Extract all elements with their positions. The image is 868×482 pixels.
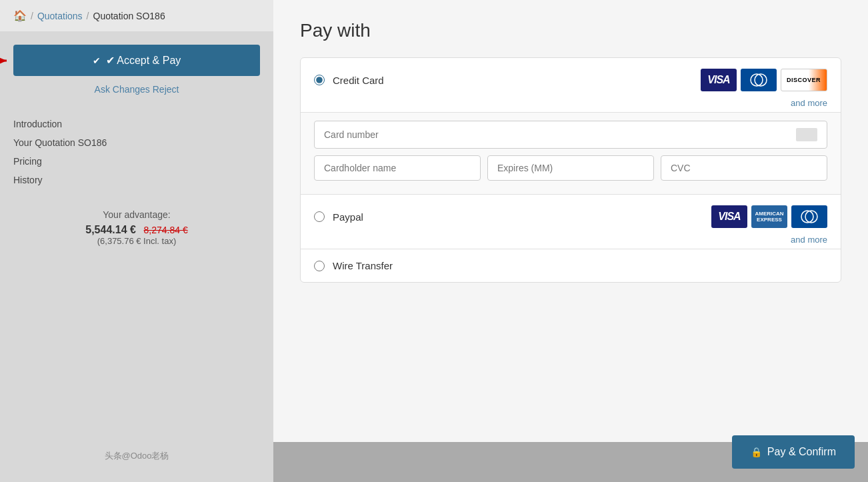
paypal-logos: VISA AMERICAN EXPRESS bbox=[711, 205, 827, 228]
nav-item-pricing[interactable]: Pricing bbox=[13, 152, 260, 171]
credit-card-radio[interactable] bbox=[314, 75, 325, 85]
payment-container: Credit Card VISA DISCOVER bbox=[300, 57, 841, 283]
page-title: Pay with bbox=[300, 20, 841, 41]
card-form bbox=[301, 112, 841, 194]
nav-item-history[interactable]: History bbox=[13, 171, 260, 189]
credit-card-and-more: and more bbox=[301, 98, 841, 108]
price-old: 8,274.84 € bbox=[144, 225, 188, 235]
lock-icon: 🔒 bbox=[751, 447, 762, 457]
paypal-visa-logo: VISA bbox=[711, 205, 747, 228]
wire-transfer-radio[interactable] bbox=[314, 261, 325, 271]
amex-logo: AMERICAN EXPRESS bbox=[751, 205, 787, 228]
payment-option-wire-transfer: Wire Transfer bbox=[301, 249, 841, 282]
payment-option-paypal: Paypal VISA AMERICAN EXPRESS bbox=[301, 195, 841, 249]
credit-card-label: Credit Card bbox=[333, 75, 693, 86]
paypal-header: Paypal VISA AMERICAN EXPRESS bbox=[301, 195, 841, 239]
breadcrumb-current: Quotation SO186 bbox=[93, 11, 165, 21]
price-new: 5,544.14 € bbox=[85, 224, 136, 235]
paypal-diners-logo bbox=[791, 205, 827, 228]
home-icon[interactable]: 🏠 bbox=[13, 9, 27, 22]
cardholder-input[interactable] bbox=[314, 155, 481, 181]
nav-item-introduction[interactable]: Introduction bbox=[13, 115, 260, 133]
bottom-bar: 🔒 Pay & Confirm bbox=[273, 442, 868, 482]
card-number-input[interactable] bbox=[324, 129, 796, 140]
breadcrumb-sep2: / bbox=[87, 11, 89, 21]
price-tax: (6,375.76 € Incl. tax) bbox=[13, 236, 260, 246]
breadcrumb: 🏠 / Quotations / Quotation SO186 bbox=[0, 0, 273, 31]
advantage-box: Your advantage: 5,544.14 € 8,274.84 € (6… bbox=[13, 209, 260, 246]
expires-input[interactable] bbox=[487, 155, 654, 181]
red-arrow-indicator bbox=[0, 47, 13, 74]
credit-card-logos: VISA DISCOVER bbox=[701, 69, 827, 91]
breadcrumb-sep1: / bbox=[31, 11, 33, 21]
watermark: 头条@Odoo老杨 bbox=[0, 450, 273, 462]
visa-logo: VISA bbox=[701, 69, 737, 91]
card-number-wrapper bbox=[314, 121, 827, 149]
sidebar-nav: Introduction Your Quotation SO186 Pricin… bbox=[13, 115, 260, 189]
wire-transfer-label: Wire Transfer bbox=[333, 260, 827, 271]
breadcrumb-quotations[interactable]: Quotations bbox=[37, 11, 83, 21]
nav-item-quotation[interactable]: Your Quotation SO186 bbox=[13, 133, 260, 152]
paypal-and-more: and more bbox=[301, 235, 841, 245]
wire-transfer-header: Wire Transfer bbox=[301, 249, 841, 282]
accept-pay-label: ✔ Accept & Pay bbox=[106, 54, 181, 67]
credit-card-header: Credit Card VISA DISCOVER bbox=[301, 58, 841, 102]
card-fields-row bbox=[314, 155, 827, 181]
pay-confirm-button[interactable]: 🔒 Pay & Confirm bbox=[732, 435, 855, 469]
payment-option-credit-card: Credit Card VISA DISCOVER bbox=[301, 58, 841, 195]
accept-pay-button[interactable]: ✔ ✔ Accept & Pay bbox=[13, 45, 260, 76]
pay-confirm-label: Pay & Confirm bbox=[767, 446, 836, 458]
checkmark-icon: ✔ bbox=[93, 55, 101, 66]
paypal-label: Paypal bbox=[333, 211, 703, 223]
ask-changes-button[interactable]: Ask Changes Reject bbox=[13, 84, 260, 95]
advantage-label: Your advantage: bbox=[13, 209, 260, 220]
card-type-icon bbox=[796, 128, 817, 141]
discover-logo: DISCOVER bbox=[781, 69, 827, 91]
sidebar: 🏠 / Quotations / Quotation SO186 ✔ ✔ Acc… bbox=[0, 0, 273, 482]
main-content: Pay with Credit Card VISA bbox=[273, 0, 868, 482]
cvc-input[interactable] bbox=[661, 155, 827, 181]
paypal-radio[interactable] bbox=[314, 211, 325, 222]
diners-logo bbox=[741, 69, 777, 91]
card-number-row bbox=[314, 121, 827, 149]
